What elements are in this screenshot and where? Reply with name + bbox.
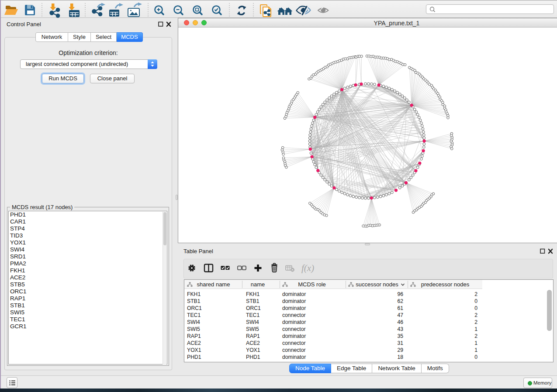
svg-text:f(x): f(x) bbox=[301, 263, 314, 273]
